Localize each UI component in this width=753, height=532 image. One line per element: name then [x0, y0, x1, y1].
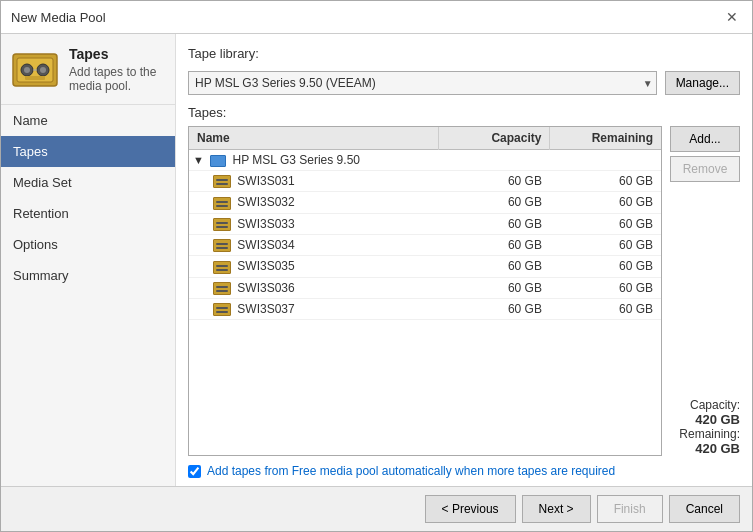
remaining-label: Remaining: — [670, 427, 740, 441]
tape-small-icon — [213, 239, 231, 252]
tape-capacity: 60 GB — [439, 234, 550, 255]
tape-capacity: 60 GB — [439, 256, 550, 277]
tape-small-icon — [213, 261, 231, 274]
table-group-row: ▼ HP MSL G3 Series 9.50 — [189, 150, 661, 171]
sidebar-item-options[interactable]: Options — [1, 229, 175, 260]
auto-add-checkbox[interactable] — [188, 465, 201, 478]
header-text: Tapes Add tapes to the media pool. — [69, 46, 165, 93]
manage-button[interactable]: Manage... — [665, 71, 740, 95]
col-header-capacity: Capacity — [439, 127, 550, 150]
sidebar-item-tapes[interactable]: Tapes — [1, 136, 175, 167]
col-header-name: Name — [189, 127, 439, 150]
sidebar-item-retention[interactable]: Retention — [1, 198, 175, 229]
close-button[interactable]: ✕ — [722, 7, 742, 27]
capacity-label: Capacity: — [670, 398, 740, 412]
tape-capacity: 60 GB — [439, 298, 550, 319]
col-header-remaining: Remaining — [550, 127, 661, 150]
tape-library-dropdown-wrapper: HP MSL G3 Series 9.50 (VEEAM) ▼ — [188, 71, 657, 95]
table-actions: Add... Remove — [670, 126, 740, 182]
new-media-pool-dialog: New Media Pool ✕ Tapes — [0, 0, 753, 532]
server-icon — [210, 155, 226, 167]
svg-rect-6 — [25, 76, 45, 80]
group-name: HP MSL G3 Series 9.50 — [233, 153, 360, 167]
cancel-button[interactable]: Cancel — [669, 495, 740, 523]
tape-capacity: 60 GB — [439, 277, 550, 298]
tapes-table: Name Capacity Remaining ▼ HP MSL G3 Seri… — [189, 127, 661, 320]
tapes-label: Tapes: — [188, 105, 740, 120]
table-row[interactable]: SWI3S033 60 GB 60 GB — [189, 213, 661, 234]
table-area: Name Capacity Remaining ▼ HP MSL G3 Seri… — [188, 126, 740, 456]
tape-small-icon — [213, 303, 231, 316]
auto-add-row: Add tapes from Free media pool automatic… — [188, 464, 740, 478]
tape-library-row: Tape library: — [188, 46, 740, 61]
tape-capacity: 60 GB — [439, 192, 550, 213]
tape-remaining: 60 GB — [550, 234, 661, 255]
tape-name: SWI3S036 — [237, 281, 294, 295]
tape-library-select-row: HP MSL G3 Series 9.50 (VEEAM) ▼ Manage..… — [188, 71, 740, 95]
sidebar-item-media-set[interactable]: Media Set — [1, 167, 175, 198]
finish-button[interactable]: Finish — [597, 495, 663, 523]
table-row[interactable]: SWI3S031 60 GB 60 GB — [189, 171, 661, 192]
sidebar: Tapes Add tapes to the media pool. Name … — [1, 34, 176, 486]
table-row[interactable]: SWI3S035 60 GB 60 GB — [189, 256, 661, 277]
tape-small-icon — [213, 218, 231, 231]
table-row[interactable]: SWI3S037 60 GB 60 GB — [189, 298, 661, 319]
tape-icon — [11, 46, 59, 94]
main-panel: Tape library: HP MSL G3 Series 9.50 (VEE… — [176, 34, 752, 486]
table-header-row: Name Capacity Remaining — [189, 127, 661, 150]
sidebar-item-summary[interactable]: Summary — [1, 260, 175, 291]
previous-button[interactable]: < Previous — [425, 495, 516, 523]
tape-small-icon — [213, 175, 231, 188]
capacity-info: Capacity: 420 GB Remaining: 420 GB — [670, 398, 740, 456]
header-section: Tapes Add tapes to the media pool. — [1, 34, 175, 105]
footer: < Previous Next > Finish Cancel — [1, 486, 752, 531]
tape-library-label: Tape library: — [188, 46, 259, 61]
tape-remaining: 60 GB — [550, 171, 661, 192]
tape-name: SWI3S035 — [237, 259, 294, 273]
remove-button[interactable]: Remove — [670, 156, 740, 182]
tape-capacity: 60 GB — [439, 171, 550, 192]
auto-add-label[interactable]: Add tapes from Free media pool automatic… — [207, 464, 615, 478]
sidebar-item-name[interactable]: Name — [1, 105, 175, 136]
tape-remaining: 60 GB — [550, 192, 661, 213]
title-bar: New Media Pool ✕ — [1, 1, 752, 34]
tape-remaining: 60 GB — [550, 277, 661, 298]
tape-remaining: 60 GB — [550, 298, 661, 319]
tape-capacity: 60 GB — [439, 213, 550, 234]
tree-expand-icon[interactable]: ▼ — [193, 154, 204, 166]
tape-small-icon — [213, 282, 231, 295]
tape-name: SWI3S033 — [237, 217, 294, 231]
tape-name: SWI3S037 — [237, 302, 294, 316]
svg-point-4 — [24, 67, 30, 73]
header-subtitle: Add tapes to the media pool. — [69, 65, 165, 93]
tape-name: SWI3S034 — [237, 238, 294, 252]
svg-point-5 — [40, 67, 46, 73]
table-row[interactable]: SWI3S034 60 GB 60 GB — [189, 234, 661, 255]
add-button[interactable]: Add... — [670, 126, 740, 152]
remaining-value: 420 GB — [670, 441, 740, 456]
tape-small-icon — [213, 197, 231, 210]
tape-name: SWI3S032 — [237, 195, 294, 209]
tapes-table-container: Name Capacity Remaining ▼ HP MSL G3 Seri… — [188, 126, 662, 456]
table-row[interactable]: SWI3S032 60 GB 60 GB — [189, 192, 661, 213]
header-title: Tapes — [69, 46, 165, 62]
tape-remaining: 60 GB — [550, 256, 661, 277]
dialog-title: New Media Pool — [11, 10, 106, 25]
capacity-value: 420 GB — [670, 412, 740, 427]
tape-library-dropdown[interactable]: HP MSL G3 Series 9.50 (VEEAM) — [188, 71, 657, 95]
table-row[interactable]: SWI3S036 60 GB 60 GB — [189, 277, 661, 298]
dialog-content: Tapes Add tapes to the media pool. Name … — [1, 34, 752, 486]
tape-name: SWI3S031 — [237, 174, 294, 188]
tape-remaining: 60 GB — [550, 213, 661, 234]
nav-items: Name Tapes Media Set Retention Options S… — [1, 105, 175, 486]
next-button[interactable]: Next > — [522, 495, 591, 523]
